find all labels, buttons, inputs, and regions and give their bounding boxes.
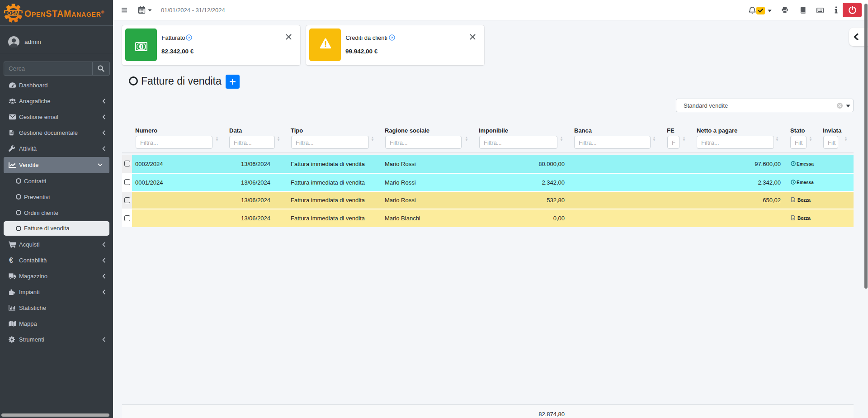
svg-text:OSM: OSM	[7, 10, 20, 16]
svg-text:?: ?	[391, 35, 393, 40]
svg-text:1: 1	[140, 44, 143, 49]
svg-text:?: ?	[188, 35, 190, 40]
